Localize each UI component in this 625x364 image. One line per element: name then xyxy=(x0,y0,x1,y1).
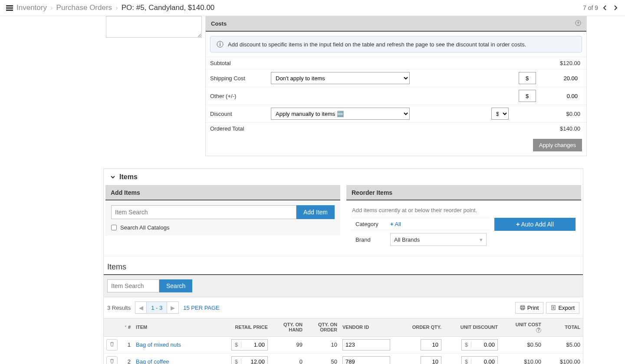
items-search-button[interactable]: Search xyxy=(159,279,192,292)
pager-next-button[interactable]: ▶ xyxy=(167,302,178,313)
delete-row-button[interactable] xyxy=(106,339,118,351)
qty-onorder: 10 xyxy=(305,336,340,353)
subtotal-label: Subtotal xyxy=(206,57,266,69)
vendor-id-input[interactable] xyxy=(342,339,390,351)
breadcrumb-bar: Inventory › Purchase Orders › PO: #5, Ca… xyxy=(0,0,625,16)
svg-text:?: ? xyxy=(577,21,579,25)
note-textarea[interactable] xyxy=(106,16,202,38)
discount-unit-select[interactable]: $ xyxy=(491,108,509,120)
table-row: 2Bag of coffee$050$$10.00$100.00 xyxy=(104,353,583,364)
unit-discount-input[interactable]: $ xyxy=(461,339,498,351)
col-onhand[interactable]: QTY. ON HAND xyxy=(270,318,305,337)
chevron-right-icon[interactable] xyxy=(612,4,619,11)
discount-value: $0.00 xyxy=(541,105,586,123)
costs-title: Costs xyxy=(211,20,227,27)
retail-price-input[interactable]: $ xyxy=(231,339,268,351)
qty-onhand: 99 xyxy=(270,336,305,353)
col-orderqty[interactable]: ORDER QTY. xyxy=(396,318,444,337)
items-search-input[interactable] xyxy=(107,279,159,292)
items-header-label: Items xyxy=(119,173,138,181)
shipping-label: Shipping Cost xyxy=(206,69,266,87)
total-value: $140.00 xyxy=(541,123,586,135)
col-retail[interactable]: RETAIL PRICE xyxy=(229,318,270,337)
svg-rect-4 xyxy=(220,44,220,46)
export-icon xyxy=(551,305,556,310)
col-total[interactable]: TOTAL xyxy=(544,318,583,337)
auto-add-all-button[interactable]: + Auto Add All xyxy=(494,218,576,231)
unit-discount-input[interactable]: $ xyxy=(461,356,498,364)
brand-value: All Brands xyxy=(394,236,420,243)
shipping-apply-select[interactable]: Don't apply to items xyxy=(271,72,410,84)
brand-select[interactable]: All Brands ▾ xyxy=(390,233,487,246)
unit-cost: $0.50 xyxy=(500,336,544,353)
items-table: ˅# ITEM RETAIL PRICE QTY. ON HAND QTY. O… xyxy=(104,318,583,364)
col-vendor[interactable]: VENDOR ID xyxy=(340,318,396,337)
row-total: $5.00 xyxy=(544,336,583,353)
discount-label: Discount xyxy=(206,105,266,123)
info-banner: Add discount to specific items in the in… xyxy=(210,36,582,52)
shipping-value-input[interactable] xyxy=(546,72,580,84)
order-qty-input[interactable] xyxy=(421,356,441,364)
other-label: Other (+/-) xyxy=(206,87,266,105)
items-toggle[interactable]: Items xyxy=(104,169,583,185)
trash-icon xyxy=(109,358,115,364)
vendor-id-input[interactable] xyxy=(342,356,390,364)
chevron-right-icon: › xyxy=(50,3,53,12)
results-pager: ◀ 1 - 3 ▶ xyxy=(135,302,179,314)
record-pager: 7 of 9 xyxy=(583,4,619,11)
svg-point-3 xyxy=(220,43,220,43)
add-item-search-input[interactable] xyxy=(111,205,296,219)
order-qty-input[interactable] xyxy=(421,339,441,351)
shipping-currency-input[interactable] xyxy=(519,72,536,84)
add-items-header: Add Items xyxy=(105,185,340,200)
apply-changes-button[interactable]: Apply changes xyxy=(533,139,582,151)
items-list-title: Items xyxy=(104,256,583,274)
trash-icon xyxy=(109,341,115,347)
item-link[interactable]: Bag of mixed nuts xyxy=(136,341,181,348)
menu-icon[interactable] xyxy=(6,5,13,11)
pager-prev-button[interactable]: ◀ xyxy=(135,302,147,313)
category-label: Category xyxy=(352,218,387,230)
qty-onhand: 0 xyxy=(270,353,305,364)
export-button[interactable]: Export xyxy=(546,302,579,314)
row-num: 1 xyxy=(120,336,133,353)
reorder-help-text: Add items currently at or below their re… xyxy=(352,205,576,218)
unit-cost: $10.00 xyxy=(500,353,544,364)
other-currency-input[interactable] xyxy=(519,90,536,102)
item-link[interactable]: Bag of coffee xyxy=(136,358,169,364)
print-button[interactable]: Print xyxy=(515,302,544,314)
costs-panel: Costs ? Add discount to specific items i… xyxy=(205,16,587,156)
col-num[interactable]: ˅# xyxy=(120,318,133,337)
print-icon xyxy=(520,305,525,310)
pager-position: 7 of 9 xyxy=(583,4,598,11)
qty-onorder: 50 xyxy=(305,353,340,364)
pager-range[interactable]: 1 - 3 xyxy=(147,302,167,313)
category-all-link[interactable]: + All xyxy=(390,221,401,227)
row-total: $100.00 xyxy=(544,353,583,364)
breadcrumb-l1[interactable]: Inventory xyxy=(16,3,47,12)
col-discount[interactable]: UNIT DISCOUNT xyxy=(444,318,500,337)
discount-apply-select[interactable]: Apply manually to items 🆕 xyxy=(271,108,410,120)
retail-price-input[interactable]: $ xyxy=(231,356,268,364)
table-row: 1Bag of mixed nuts$9910$$0.50$5.00 xyxy=(104,336,583,353)
add-item-button[interactable]: Add Item xyxy=(296,205,335,219)
chevron-down-icon xyxy=(110,174,116,180)
col-unitcost[interactable]: UNIT COST? xyxy=(500,318,544,337)
info-icon xyxy=(217,41,224,48)
items-toolbar: Search xyxy=(104,274,583,297)
col-onorder[interactable]: QTY. ON ORDER xyxy=(305,318,340,337)
brand-label: Brand xyxy=(352,230,387,249)
total-label: Ordered Total xyxy=(206,123,266,135)
search-all-catalogs-checkbox[interactable] xyxy=(111,225,117,230)
per-page-link[interactable]: 15 PER PAGE xyxy=(183,305,220,311)
search-all-catalogs-label[interactable]: Search All Catalogs xyxy=(111,224,335,231)
other-value-input[interactable] xyxy=(546,90,580,102)
breadcrumb-l2[interactable]: Purchase Orders xyxy=(56,3,112,12)
delete-row-button[interactable] xyxy=(106,356,118,364)
chevron-left-icon[interactable] xyxy=(602,4,609,11)
help-icon[interactable]: ? xyxy=(575,20,581,27)
col-item[interactable]: ITEM xyxy=(133,318,229,337)
results-bar: 3 Results ◀ 1 - 3 ▶ 15 PER PAGE Print xyxy=(104,297,583,318)
help-icon[interactable]: ? xyxy=(536,328,541,333)
reorder-items-header: Reorder Items xyxy=(346,185,581,200)
